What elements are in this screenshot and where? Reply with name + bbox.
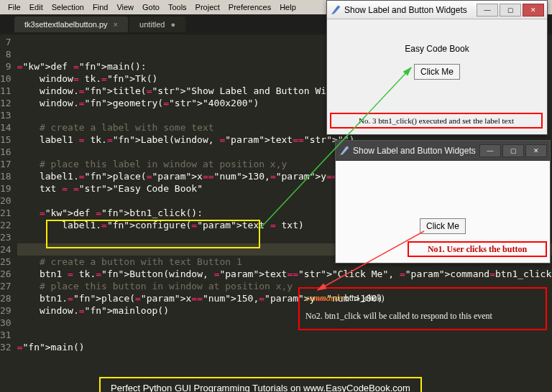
menu-file[interactable]: File <box>4 3 25 11</box>
tab-label: tk3settextlabelbutton.py <box>24 20 108 29</box>
menu-tools[interactable]: Tools <box>164 3 191 11</box>
menu-edit[interactable]: Edit <box>25 3 47 11</box>
annot-desc-line: No2. btn1_click will be called to respon… <box>305 311 540 322</box>
line-gutter: 7 8 9 10 11 12 13 14 15 16 17 18 19 20 2… <box>0 34 17 392</box>
menu-preferences[interactable]: Preferences <box>224 3 275 11</box>
maximize-button[interactable]: ▢ <box>500 4 521 17</box>
titlebar[interactable]: Show Label and Button Widgets — ▢ ✕ <box>327 1 547 19</box>
tutorial-banner: Perfect Python GUI Programming Tutorials… <box>99 377 422 392</box>
click-me-button[interactable]: Click Me <box>414 64 460 80</box>
close-button[interactable]: ✕ <box>525 144 547 157</box>
menu-help[interactable]: Help <box>275 3 300 11</box>
tab-label: untitled <box>139 20 165 29</box>
menu-find[interactable]: Find <box>88 3 112 11</box>
feather-icon <box>330 4 341 16</box>
titlebar[interactable]: Show Label and Button Widgets — ▢ ✕ <box>336 141 550 161</box>
maximize-button[interactable]: ▢ <box>502 144 524 157</box>
tk-window-2: Show Label and Button Widgets — ▢ ✕ Clic… <box>335 140 551 263</box>
window-title: Show Label and Button Widgets <box>353 146 478 156</box>
annotation-box-1: No1. User clicks the button <box>408 241 547 257</box>
tab-file-2[interactable]: untitled ● <box>129 17 185 32</box>
close-button[interactable]: ✕ <box>523 4 544 17</box>
annotation-text: No. 3 btn1_click() executed and set the … <box>359 116 514 125</box>
annotation-box-3: No. 3 btn1_click() executed and set the … <box>330 113 543 129</box>
annotation-box-2: command=btn1_click) No2. btn1_click will… <box>298 287 547 330</box>
label-widget: Easy Code Book <box>327 19 547 54</box>
menu-view[interactable]: View <box>112 3 138 11</box>
annot-command-line: command=btn1_click) <box>305 293 540 304</box>
minimize-button[interactable]: — <box>479 144 501 157</box>
tk-window-1: Show Label and Button Widgets — ▢ ✕ Easy… <box>326 0 548 135</box>
feather-icon <box>339 145 350 157</box>
highlight-box-function <box>46 220 260 248</box>
menu-goto[interactable]: Goto <box>138 3 164 11</box>
close-icon[interactable]: × <box>114 20 118 29</box>
dirty-icon: ● <box>171 20 176 29</box>
menu-selection[interactable]: Selection <box>47 3 88 11</box>
tab-file-1[interactable]: tk3settextlabelbutton.py × <box>14 17 128 32</box>
annotation-text: No1. User clicks the button <box>428 244 527 255</box>
minimize-button[interactable]: — <box>477 4 498 17</box>
window-title: Show Label and Button Widgets <box>344 5 475 15</box>
menu-project[interactable]: Project <box>191 3 224 11</box>
click-me-button[interactable]: Click Me <box>420 218 466 234</box>
